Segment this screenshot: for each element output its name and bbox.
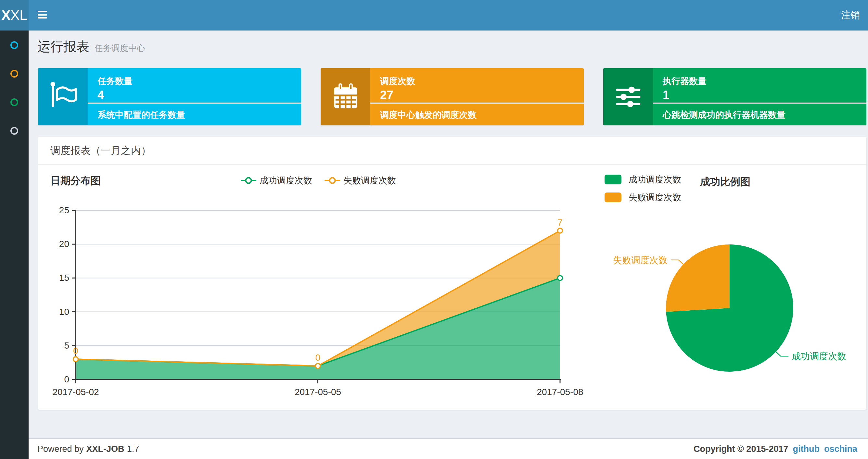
copyright-text: Copyright © 2015-2017 [693,444,788,454]
svg-text:10: 10 [59,307,69,317]
github-link[interactable]: github [793,444,819,454]
flag-icon [38,68,88,125]
stat-box-row: 任务数量 4 系统中配置的任务数量 [38,68,866,125]
line-chart-svg[interactable]: 05101520252017-05-022017-05-052017-05-08… [45,172,591,399]
svg-text:15: 15 [59,273,69,283]
sidebar-item-1[interactable] [0,31,29,59]
calendar-icon [321,68,370,125]
xxl-job-dashboard: XXL 注销 运行报表 任务调度中心 任务数量 4 [0,0,868,459]
success-ratio-chart: 成功调度次数 失败调度次数 成功比例图 成功调度次数失败调度次数 [604,172,864,399]
stat-value: 4 [97,88,104,102]
product-name: XXL-JOB [86,444,124,454]
svg-text:0: 0 [315,353,321,363]
app-logo[interactable]: XXL [0,0,29,31]
svg-text:失败调度次数: 失败调度次数 [613,255,668,265]
svg-text:0: 0 [64,374,69,384]
svg-text:5: 5 [64,340,69,351]
copyright-area: Copyright © 2015-2017 github oschina [693,439,857,459]
sidebar-item-4[interactable] [0,117,29,145]
schedule-report-panel: 调度报表（一月之内） 日期分布图 成功调度次数 失败调度次数 051015202… [38,137,866,409]
sidebar-item-3[interactable] [0,88,29,117]
stat-description: 调度中心触发的调度次数 [380,109,476,121]
stat-description: 心跳检测成功的执行器机器数量 [663,109,785,121]
pie-chart-svg[interactable]: 成功调度次数失败调度次数 [604,172,864,399]
stat-content: 执行器数量 1 心跳检测成功的执行器机器数量 [653,68,866,125]
page-subtitle: 任务调度中心 [95,42,145,54]
stat-box-triggers: 调度次数 27 调度中心触发的调度次数 [321,68,584,125]
logo-text-bold: X [1,7,10,23]
circle-o-icon [10,98,18,106]
circle-o-icon [10,127,18,135]
divider [88,103,301,103]
powered-by: Powered by XXL-JOB 1.7 [37,439,139,459]
panel-header: 调度报表（一月之内） [38,137,866,165]
page-title: 运行报表 [37,38,89,56]
oschina-link[interactable]: oschina [824,444,857,454]
stat-value: 1 [663,88,670,102]
svg-text:2017-05-08: 2017-05-08 [537,387,583,397]
circle-o-icon [10,41,18,49]
stat-title: 执行器数量 [663,75,707,87]
svg-text:2017-05-02: 2017-05-02 [52,387,99,397]
product-version: 1.7 [127,444,140,454]
divider [370,103,584,103]
svg-text:2017-05-05: 2017-05-05 [294,387,341,397]
divider [653,103,866,103]
logo-text: XL [10,7,27,23]
date-distribution-chart: 日期分布图 成功调度次数 失败调度次数 05101520252017-05-02… [45,172,591,399]
svg-text:0: 0 [73,346,78,356]
page-header: 运行报表 任务调度中心 [37,38,145,56]
svg-text:7: 7 [557,218,563,228]
stat-value: 27 [380,88,393,102]
top-navbar: XXL 注销 [0,0,868,31]
svg-text:20: 20 [59,239,69,249]
stat-box-executors: 执行器数量 1 心跳检测成功的执行器机器数量 [603,68,866,125]
panel-title: 调度报表（一月之内） [50,144,151,158]
stat-content: 任务数量 4 系统中配置的任务数量 [88,68,301,125]
stat-title: 调度次数 [380,75,415,87]
sidebar-nav [0,31,29,459]
page-footer: Powered by XXL-JOB 1.7 Copyright © 2015-… [29,438,868,459]
stat-box-jobs: 任务数量 4 系统中配置的任务数量 [38,68,301,125]
stat-description: 系统中配置的任务数量 [97,109,185,121]
stat-content: 调度次数 27 调度中心触发的调度次数 [370,68,584,125]
stat-title: 任务数量 [97,75,132,87]
sidebar-item-2[interactable] [0,59,29,88]
circle-o-icon [10,70,18,77]
sidebar-toggle-button[interactable] [38,11,47,20]
svg-text:成功调度次数: 成功调度次数 [792,351,846,361]
sliders-icon [603,68,653,125]
logout-link[interactable]: 注销 [841,0,860,31]
svg-text:25: 25 [59,205,69,215]
